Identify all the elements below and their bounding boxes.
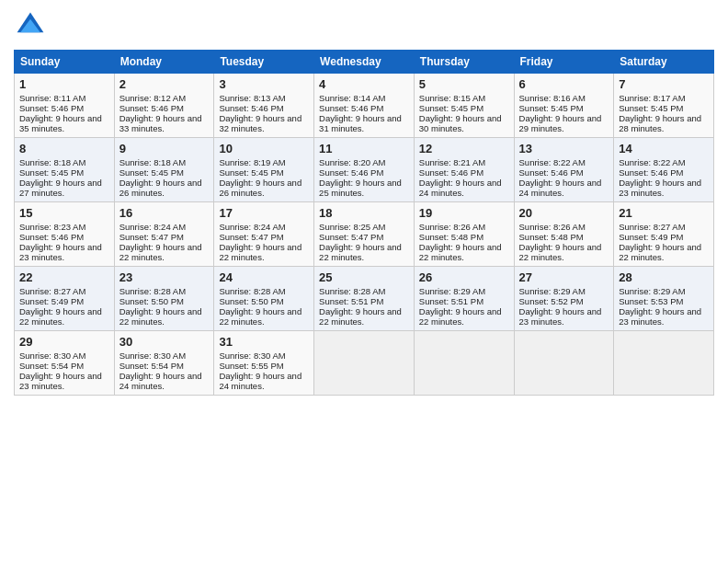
sunset: Sunset: 5:49 PM (619, 232, 709, 242)
sunset: Sunset: 5:55 PM (219, 361, 309, 371)
header (14, 9, 714, 42)
day-number: 11 (319, 142, 409, 155)
sunrise: Sunrise: 8:28 AM (319, 286, 409, 296)
calendar-cell: 31Sunrise: 8:30 AMSunset: 5:55 PMDayligh… (214, 331, 314, 396)
sunset: Sunset: 5:52 PM (519, 296, 609, 306)
calendar-cell: 14Sunrise: 8:22 AMSunset: 5:46 PMDayligh… (614, 138, 714, 202)
calendar-cell: 5Sunrise: 8:15 AMSunset: 5:45 PMDaylight… (414, 74, 514, 138)
header-monday: Monday (114, 51, 214, 74)
header-wednesday: Wednesday (314, 51, 415, 74)
daylight: Daylight: 9 hours and 24 minutes. (119, 371, 210, 391)
calendar-cell: 12Sunrise: 8:21 AMSunset: 5:46 PMDayligh… (414, 138, 514, 202)
header-thursday: Thursday (414, 51, 514, 74)
calendar-cell: 1Sunrise: 8:11 AMSunset: 5:46 PMDaylight… (15, 74, 115, 138)
day-number: 18 (319, 206, 409, 220)
daylight: Daylight: 9 hours and 22 minutes. (219, 242, 309, 262)
daylight: Daylight: 9 hours and 33 minutes. (119, 113, 210, 133)
sunrise: Sunrise: 8:26 AM (419, 222, 509, 232)
calendar-cell: 21Sunrise: 8:27 AMSunset: 5:49 PMDayligh… (614, 202, 714, 267)
sunrise: Sunrise: 8:24 AM (119, 222, 210, 232)
sunset: Sunset: 5:45 PM (619, 103, 709, 113)
day-number: 28 (619, 270, 709, 284)
day-number: 5 (419, 77, 509, 91)
calendar-cell (314, 331, 415, 396)
week-row-1: 1Sunrise: 8:11 AMSunset: 5:46 PMDaylight… (15, 74, 714, 138)
sunset: Sunset: 5:45 PM (19, 167, 109, 178)
header-friday: Friday (514, 51, 614, 74)
day-number: 1 (19, 77, 109, 91)
sunrise: Sunrise: 8:16 AM (519, 93, 609, 103)
sunrise: Sunrise: 8:30 AM (19, 350, 109, 361)
sunrise: Sunrise: 8:29 AM (419, 286, 509, 296)
sunrise: Sunrise: 8:25 AM (319, 222, 409, 232)
sunset: Sunset: 5:45 PM (119, 167, 210, 178)
daylight: Daylight: 9 hours and 22 minutes. (319, 242, 409, 262)
sunset: Sunset: 5:46 PM (19, 232, 109, 242)
daylight: Daylight: 9 hours and 28 minutes. (619, 113, 709, 133)
sunset: Sunset: 5:50 PM (219, 296, 309, 306)
calendar-cell: 2Sunrise: 8:12 AMSunset: 5:46 PMDaylight… (114, 74, 214, 138)
calendar-body: 1Sunrise: 8:11 AMSunset: 5:46 PMDaylight… (15, 74, 714, 396)
sunset: Sunset: 5:46 PM (519, 167, 609, 178)
day-number: 6 (519, 77, 609, 91)
calendar-cell: 19Sunrise: 8:26 AMSunset: 5:48 PMDayligh… (414, 202, 514, 267)
sunset: Sunset: 5:46 PM (219, 103, 309, 113)
calendar-cell (414, 331, 514, 396)
calendar-cell: 13Sunrise: 8:22 AMSunset: 5:46 PMDayligh… (514, 138, 614, 202)
daylight: Daylight: 9 hours and 22 minutes. (619, 242, 709, 262)
day-number: 13 (519, 142, 609, 155)
daylight: Daylight: 9 hours and 25 minutes. (319, 178, 409, 198)
day-number: 22 (19, 270, 109, 284)
day-number: 9 (119, 142, 210, 155)
day-number: 26 (419, 270, 509, 284)
day-number: 20 (519, 206, 609, 220)
daylight: Daylight: 9 hours and 23 minutes. (619, 306, 709, 327)
day-number: 2 (119, 77, 210, 91)
sunrise: Sunrise: 8:20 AM (319, 157, 409, 167)
header-saturday: Saturday (614, 51, 714, 74)
sunrise: Sunrise: 8:24 AM (219, 222, 309, 232)
calendar-cell: 18Sunrise: 8:25 AMSunset: 5:47 PMDayligh… (314, 202, 415, 267)
day-number: 19 (419, 206, 509, 220)
day-number: 8 (19, 142, 109, 155)
sunrise: Sunrise: 8:30 AM (219, 350, 309, 361)
calendar-cell: 3Sunrise: 8:13 AMSunset: 5:46 PMDaylight… (214, 74, 314, 138)
sunset: Sunset: 5:53 PM (619, 296, 709, 306)
calendar-cell: 24Sunrise: 8:28 AMSunset: 5:50 PMDayligh… (214, 267, 314, 331)
sunset: Sunset: 5:47 PM (319, 232, 409, 242)
calendar-cell: 28Sunrise: 8:29 AMSunset: 5:53 PMDayligh… (614, 267, 714, 331)
sunset: Sunset: 5:46 PM (619, 167, 709, 178)
daylight: Daylight: 9 hours and 23 minutes. (519, 306, 609, 327)
sunrise: Sunrise: 8:15 AM (419, 93, 509, 103)
sunset: Sunset: 5:45 PM (519, 103, 609, 113)
calendar-cell (514, 331, 614, 396)
sunset: Sunset: 5:45 PM (419, 103, 509, 113)
day-number: 12 (419, 142, 509, 155)
day-number: 15 (19, 206, 109, 220)
calendar-cell: 17Sunrise: 8:24 AMSunset: 5:47 PMDayligh… (214, 202, 314, 267)
sunset: Sunset: 5:46 PM (319, 167, 409, 178)
sunset: Sunset: 5:48 PM (519, 232, 609, 242)
sunset: Sunset: 5:46 PM (319, 103, 409, 113)
daylight: Daylight: 9 hours and 23 minutes. (619, 178, 709, 198)
sunrise: Sunrise: 8:14 AM (319, 93, 409, 103)
day-number: 31 (219, 335, 309, 349)
daylight: Daylight: 9 hours and 22 minutes. (319, 306, 409, 327)
calendar-cell: 7Sunrise: 8:17 AMSunset: 5:45 PMDaylight… (614, 74, 714, 138)
day-number: 27 (519, 270, 609, 284)
week-row-4: 22Sunrise: 8:27 AMSunset: 5:49 PMDayligh… (15, 267, 714, 331)
daylight: Daylight: 9 hours and 22 minutes. (419, 306, 509, 327)
calendar-cell: 9Sunrise: 8:18 AMSunset: 5:45 PMDaylight… (114, 138, 214, 202)
daylight: Daylight: 9 hours and 24 minutes. (219, 371, 309, 391)
sunrise: Sunrise: 8:28 AM (119, 286, 210, 296)
sunrise: Sunrise: 8:30 AM (119, 350, 210, 361)
daylight: Daylight: 9 hours and 22 minutes. (519, 242, 609, 262)
day-number: 14 (619, 142, 709, 155)
daylight: Daylight: 9 hours and 26 minutes. (119, 178, 210, 198)
sunset: Sunset: 5:51 PM (419, 296, 509, 306)
header-tuesday: Tuesday (214, 51, 314, 74)
daylight: Daylight: 9 hours and 22 minutes. (119, 306, 210, 327)
sunrise: Sunrise: 8:12 AM (119, 93, 210, 103)
calendar-header-row: SundayMondayTuesdayWednesdayThursdayFrid… (15, 51, 714, 74)
sunset: Sunset: 5:46 PM (419, 167, 509, 178)
